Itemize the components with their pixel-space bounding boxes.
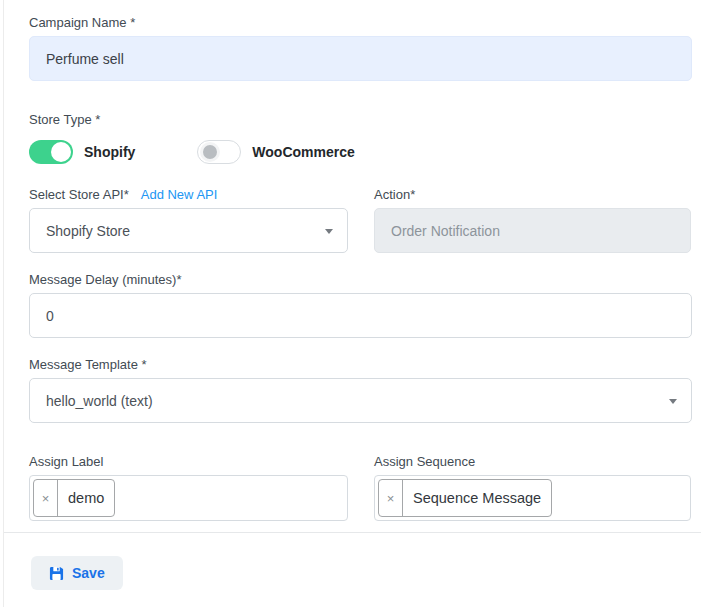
chevron-down-icon xyxy=(325,229,333,234)
assign-label-label: Assign Label xyxy=(29,454,348,469)
form-footer: Save xyxy=(4,532,701,590)
shopify-toggle-group: Shopify xyxy=(29,140,135,164)
toggle-knob xyxy=(200,142,220,162)
tag-text: Sequence Message xyxy=(403,480,551,516)
action-input xyxy=(374,208,691,253)
message-template-label: Message Template * xyxy=(29,357,692,372)
chevron-down-icon xyxy=(669,399,677,404)
action-label: Action* xyxy=(374,187,691,202)
message-template-select[interactable]: hello_world (text) xyxy=(29,378,692,423)
store-type-toggles: Shopify WooCommerce xyxy=(29,140,692,164)
woocommerce-toggle-group: WooCommerce xyxy=(197,140,354,164)
tag-text: demo xyxy=(58,480,114,516)
store-api-label: Select Store API* xyxy=(29,187,129,202)
remove-tag-icon[interactable]: × xyxy=(34,480,58,516)
message-template-selected-value: hello_world (text) xyxy=(46,393,153,409)
tag-chip: × Sequence Message xyxy=(378,479,552,517)
shopify-toggle-label: Shopify xyxy=(84,144,135,160)
woocommerce-toggle-label: WooCommerce xyxy=(252,144,354,160)
shopify-toggle[interactable] xyxy=(29,140,73,164)
assign-sequence-field[interactable]: × Sequence Message xyxy=(374,475,691,521)
remove-tag-icon[interactable]: × xyxy=(379,480,403,516)
message-delay-input[interactable] xyxy=(29,293,692,338)
store-type-label: Store Type * xyxy=(29,112,692,127)
assign-sequence-label: Assign Sequence xyxy=(374,454,691,469)
save-button-label: Save xyxy=(72,565,105,581)
tag-chip: × demo xyxy=(33,479,115,517)
toggle-knob xyxy=(51,142,71,162)
save-icon xyxy=(49,566,64,581)
message-delay-label: Message Delay (minutes)* xyxy=(29,272,692,287)
campaign-form-card: Campaign Name * Store Type * Shopify Woo… xyxy=(3,0,701,607)
store-api-select[interactable]: Shopify Store xyxy=(29,208,348,253)
store-api-selected-value: Shopify Store xyxy=(46,223,130,239)
campaign-name-input[interactable] xyxy=(29,36,692,81)
add-new-api-link[interactable]: Add New API xyxy=(141,187,218,202)
save-button[interactable]: Save xyxy=(31,556,123,590)
assign-label-field[interactable]: × demo xyxy=(29,475,348,521)
campaign-name-label: Campaign Name * xyxy=(29,15,692,30)
woocommerce-toggle[interactable] xyxy=(197,140,241,164)
